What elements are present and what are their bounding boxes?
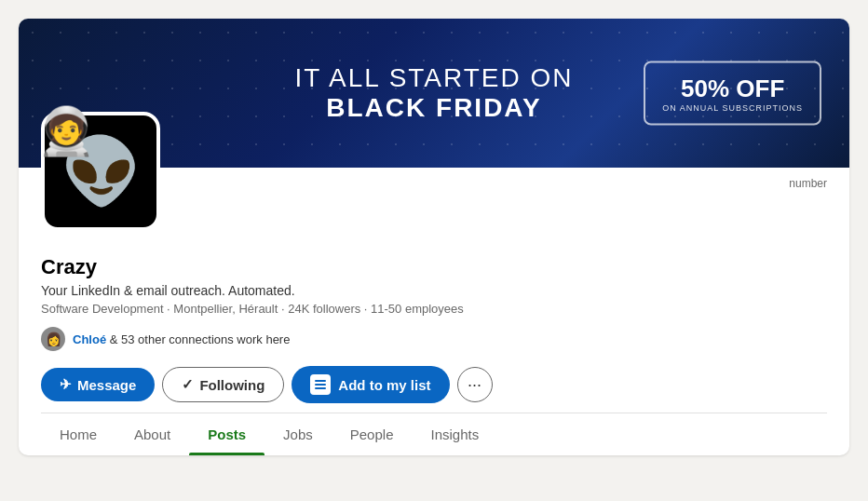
banner-text: IT ALL STARTED ON BLACK FRIDAY <box>294 63 573 123</box>
list-icon <box>310 374 331 395</box>
offer-percent: 50% OFF <box>662 74 803 103</box>
following-button[interactable]: ✓ Following <box>162 367 284 402</box>
more-icon: ··· <box>468 375 481 395</box>
banner-line2: BLACK FRIDAY <box>294 93 573 123</box>
tabs-row: Home About Posts Jobs People Insights <box>41 413 827 455</box>
company-card: 🧑‍🚀 IT ALL STARTED ON BLACK FRIDAY 50% O… <box>19 19 849 455</box>
banner-offer: 50% OFF ON ANNUAL SUBSCRIPTIONS <box>644 61 821 126</box>
actions-row: ✈ Message ✓ Following Add to my <box>41 366 827 403</box>
connection-name: Chloé <box>73 332 106 346</box>
connections-count: & 53 other connections work here <box>110 332 291 346</box>
list-svg <box>314 378 327 391</box>
profile-info: Crazy Your LinkedIn & email outreach. Au… <box>41 190 827 403</box>
connection-avatar-image: 👩 <box>46 332 61 346</box>
connection-avatar: 👩 <box>41 327 65 351</box>
astronaut-icon: 🧑‍🚀 <box>37 104 95 158</box>
following-label: Following <box>199 377 264 393</box>
company-name: Crazy <box>41 255 827 279</box>
company-tagline: Your LinkedIn & email outreach. Automate… <box>41 283 827 298</box>
profile-section: 👽 number Crazy Your LinkedIn & email out… <box>19 168 849 455</box>
message-label: Message <box>77 377 136 393</box>
message-button[interactable]: ✈ Message <box>41 368 155 401</box>
tab-people[interactable]: People <box>332 413 413 455</box>
svg-rect-1 <box>315 384 326 386</box>
offer-subtitle: ON ANNUAL SUBSCRIPTIONS <box>662 103 803 113</box>
tab-about[interactable]: About <box>115 413 189 455</box>
company-meta: Software Development · Montpellier, Héra… <box>41 302 827 316</box>
tab-jobs[interactable]: Jobs <box>264 413 332 455</box>
tab-posts[interactable]: Posts <box>189 413 264 455</box>
svg-rect-2 <box>315 387 326 389</box>
banner-line1: IT ALL STARTED ON <box>294 63 573 93</box>
number-label: number <box>789 177 827 190</box>
connections-row: 👩 Chloé & 53 other connections work here <box>41 327 827 351</box>
checkmark-icon: ✓ <box>182 376 194 393</box>
add-to-list-label: Add to my list <box>338 377 430 393</box>
connections-text: Chloé & 53 other connections work here <box>73 332 290 346</box>
svg-rect-0 <box>315 380 326 382</box>
tab-home[interactable]: Home <box>41 413 115 455</box>
tab-insights[interactable]: Insights <box>412 413 497 455</box>
message-icon: ✈ <box>60 376 72 393</box>
add-to-list-button[interactable]: Add to my list <box>292 366 449 403</box>
more-button[interactable]: ··· <box>457 367 493 402</box>
